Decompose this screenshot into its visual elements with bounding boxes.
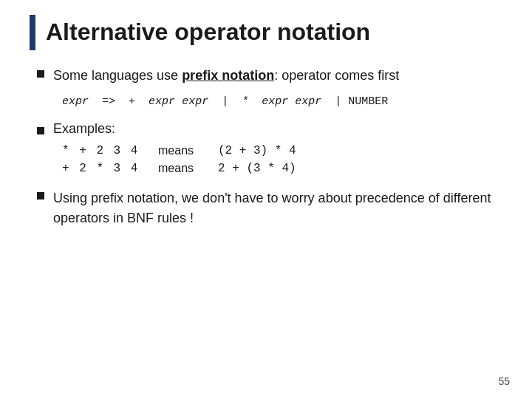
example-1-expr: * + 2 3 4 xyxy=(62,144,158,157)
grammar-text: expr => + expr expr | * expr expr | NUMB… xyxy=(62,95,388,108)
bullet-1-prefix: Some languages use xyxy=(53,68,182,83)
example-2-means: means xyxy=(158,162,206,175)
page-number: 55 xyxy=(498,375,510,387)
bullet-square-3 xyxy=(37,192,44,200)
bullet-1-text: Some languages use prefix notation: oper… xyxy=(53,66,399,85)
examples-table: * + 2 3 4 means (2 + 3) * 4 + 2 * 3 4 me… xyxy=(62,144,502,175)
bullet-square-2 xyxy=(37,127,44,134)
bullet-1-suffix: : operator comes first xyxy=(274,68,399,83)
example-row-1: * + 2 3 4 means (2 + 3) * 4 xyxy=(62,144,502,157)
bullet-3: Using prefix notation, we don't have to … xyxy=(37,188,502,228)
examples-header: Examples: xyxy=(37,121,502,137)
title-accent xyxy=(30,15,35,50)
example-2-result: 2 + (3 * 4) xyxy=(218,162,296,175)
example-1-means: means xyxy=(158,144,206,157)
example-2-expr: + 2 * 3 4 xyxy=(62,162,158,175)
slide-content: Some languages use prefix notation: oper… xyxy=(30,66,502,228)
bullet-square-1 xyxy=(37,70,44,78)
examples-title: Examples: xyxy=(53,121,115,137)
example-1-result: (2 + 3) * 4 xyxy=(218,144,296,157)
example-row-2: + 2 * 3 4 means 2 + (3 * 4) xyxy=(62,162,502,175)
slide: Alternative operator notation Some langu… xyxy=(0,0,532,399)
examples-section: Examples: * + 2 3 4 means (2 + 3) * 4 + … xyxy=(37,121,502,175)
bullet-1-highlight: prefix notation xyxy=(182,68,274,83)
grammar-line: expr => + expr expr | * expr expr | NUMB… xyxy=(62,95,502,108)
bullet-3-text: Using prefix notation, we don't have to … xyxy=(53,188,502,228)
slide-title: Alternative operator notation xyxy=(46,15,370,50)
bullet-1: Some languages use prefix notation: oper… xyxy=(37,66,502,85)
title-bar: Alternative operator notation xyxy=(30,15,502,50)
